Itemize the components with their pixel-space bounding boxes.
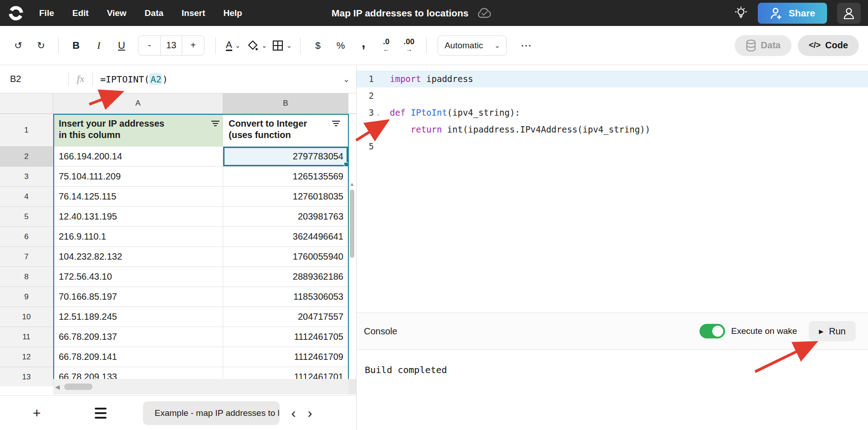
column-header-a[interactable]: A: [53, 93, 223, 113]
cell-int[interactable]: 203981763: [223, 207, 348, 227]
percent-format-button[interactable]: %: [332, 36, 350, 56]
cell-ip[interactable]: 104.232.82.132: [53, 247, 223, 267]
font-size-increase-button[interactable]: +: [182, 36, 204, 55]
sheet-tab[interactable]: Example - map IP addresses to locations: [143, 401, 280, 425]
cell-int[interactable]: 1185306053: [223, 287, 348, 307]
row-header[interactable]: 10: [0, 307, 53, 327]
cell-a1[interactable]: Insert your IP addresses in this column: [53, 114, 223, 147]
menu-file[interactable]: File: [39, 8, 54, 18]
code-line[interactable]: 4 return int(ipaddress.IPv4Address(ipv4_…: [357, 121, 868, 138]
menu-data[interactable]: Data: [145, 8, 163, 18]
cell-int[interactable]: 2797783054: [223, 147, 348, 167]
row-header[interactable]: 7: [0, 247, 53, 267]
data-panel-button[interactable]: Data: [735, 35, 791, 56]
run-button[interactable]: ▶ Run: [809, 321, 856, 341]
cell-ip[interactable]: 66.78.209.141: [53, 347, 223, 367]
cell-ip[interactable]: 76.14.125.115: [53, 187, 223, 207]
menu-insert[interactable]: Insert: [182, 8, 205, 18]
underline-button[interactable]: U: [112, 36, 131, 56]
formula-bar-expand-button[interactable]: ⌄: [343, 74, 350, 84]
horizontal-scrollbar[interactable]: ◀: [53, 379, 348, 394]
menu-view[interactable]: View: [107, 8, 127, 18]
cell-ip[interactable]: 75.104.111.209: [53, 167, 223, 187]
table-row: 6216.9.110.13624496641: [0, 227, 356, 247]
code-panel-button[interactable]: </> Code: [798, 35, 859, 56]
increase-decimal-button[interactable]: .00→: [400, 36, 418, 56]
select-all-corner[interactable]: [0, 93, 53, 113]
app-logo-icon[interactable]: [8, 5, 24, 21]
name-box[interactable]: B2: [0, 74, 68, 84]
account-avatar-button[interactable]: [837, 3, 861, 24]
row-header[interactable]: 1: [0, 114, 53, 147]
code-editor[interactable]: 1import ipaddress23⌄def IPtoInt(ipv4_str…: [357, 65, 868, 312]
execute-on-wake-toggle[interactable]: [700, 324, 725, 338]
vertical-scrollbar-thumb[interactable]: [350, 189, 354, 258]
menu-edit[interactable]: Edit: [72, 8, 89, 18]
cell-int[interactable]: 1112461709: [223, 347, 348, 367]
filter-icon[interactable]: [332, 120, 341, 141]
console-label: Console: [364, 326, 397, 337]
row-header[interactable]: 3: [0, 167, 53, 187]
row-header[interactable]: 11: [0, 327, 53, 347]
code-line[interactable]: 5: [357, 138, 868, 155]
currency-format-button[interactable]: $: [309, 36, 327, 56]
row-header[interactable]: 4: [0, 187, 53, 207]
row-header[interactable]: 9: [0, 287, 53, 307]
font-size-value[interactable]: 13: [160, 36, 182, 55]
code-line[interactable]: 3⌄def IPtoInt(ipv4_string):: [357, 104, 868, 121]
cell-ip[interactable]: 166.194.200.14: [53, 147, 223, 167]
cell-int[interactable]: 1265135569: [223, 167, 348, 187]
toolbar: ↺ ↻ B I U - 13 + A ⌄ ⌄: [0, 26, 868, 65]
next-sheet-button[interactable]: ›: [308, 406, 312, 420]
text-color-button[interactable]: A ⌄: [224, 36, 242, 56]
bold-button[interactable]: B: [67, 36, 85, 56]
cell-int[interactable]: 204717557: [223, 307, 348, 327]
column-header-b[interactable]: B: [223, 93, 348, 113]
row-header[interactable]: 6: [0, 227, 53, 247]
prev-sheet-button[interactable]: ‹: [291, 406, 296, 420]
row-header[interactable]: 13: [0, 367, 53, 386]
add-sheet-button[interactable]: +: [33, 405, 41, 421]
code-line[interactable]: 1import ipaddress: [357, 71, 868, 87]
cell-ip[interactable]: 70.166.85.197: [53, 287, 223, 307]
cell-ip[interactable]: 12.40.131.195: [53, 207, 223, 227]
decrease-decimal-button[interactable]: .0←: [377, 36, 395, 56]
code-line[interactable]: 2: [357, 87, 868, 104]
number-format-select[interactable]: Automatic ⌄: [438, 36, 507, 56]
cell-ip[interactable]: 12.51.189.245: [53, 307, 223, 327]
scroll-up-icon[interactable]: ▲: [349, 181, 355, 187]
undo-button[interactable]: ↺: [9, 36, 27, 56]
fold-chevron-icon[interactable]: ⌄: [377, 105, 380, 122]
row-header[interactable]: 5: [0, 207, 53, 227]
share-button[interactable]: Share: [758, 3, 827, 24]
fill-color-button[interactable]: ⌄: [247, 36, 267, 56]
cell-ip[interactable]: 66.78.209.137: [53, 327, 223, 347]
cell-int[interactable]: 1112461705: [223, 327, 348, 347]
cell-int[interactable]: 2889362186: [223, 267, 348, 287]
fill-handle[interactable]: [344, 162, 348, 167]
filter-icon[interactable]: [211, 120, 220, 141]
borders-button[interactable]: ⌄: [272, 36, 292, 56]
font-size-decrease-button[interactable]: -: [138, 36, 160, 55]
row-header[interactable]: 8: [0, 267, 53, 287]
redo-button[interactable]: ↻: [32, 36, 50, 56]
horizontal-scrollbar-thumb[interactable]: [64, 384, 92, 390]
page-title[interactable]: Map IP addresses to locations: [332, 8, 469, 19]
scroll-left-icon[interactable]: ◀: [55, 384, 60, 390]
row-header[interactable]: 2: [0, 147, 53, 167]
cell-int[interactable]: 1276018035: [223, 187, 348, 207]
menu-help[interactable]: Help: [224, 8, 242, 18]
thousands-separator-button[interactable]: ,: [354, 36, 373, 56]
cell-b1[interactable]: Convert to Integer (uses function: [223, 114, 348, 147]
formula-input[interactable]: =IPTOINT(A2): [100, 73, 168, 85]
row-header[interactable]: 12: [0, 347, 53, 367]
table-row: 8172.56.43.102889362186: [0, 267, 356, 287]
more-options-button[interactable]: ⋯: [521, 39, 532, 52]
cell-int[interactable]: 1760055940: [223, 247, 348, 267]
italic-button[interactable]: I: [90, 36, 108, 56]
all-sheets-menu-button[interactable]: [95, 408, 107, 419]
tips-lightbulb-icon[interactable]: [734, 6, 748, 20]
cell-ip[interactable]: 216.9.110.1: [53, 227, 223, 247]
cell-int[interactable]: 3624496641: [223, 227, 348, 247]
cell-ip[interactable]: 172.56.43.10: [53, 267, 223, 287]
